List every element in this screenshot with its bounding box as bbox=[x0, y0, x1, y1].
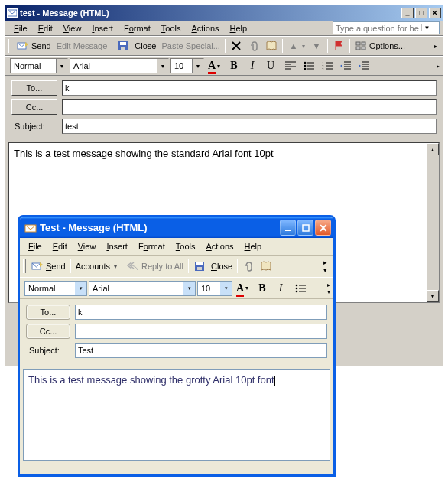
address-book-button[interactable] bbox=[258, 259, 274, 274]
chevron-down-icon[interactable]: ▼ bbox=[157, 59, 168, 73]
svg-rect-4 bbox=[121, 47, 125, 50]
outdent-button[interactable] bbox=[337, 58, 354, 73]
svg-rect-16 bbox=[285, 230, 291, 231]
to-button[interactable]: To... bbox=[11, 80, 57, 96]
scroll-up-icon[interactable]: ▲ bbox=[427, 143, 439, 155]
toolbar-overflow[interactable]: ▸ bbox=[437, 63, 440, 70]
menu-edit[interactable]: Edit bbox=[47, 240, 73, 252]
menu-tools[interactable]: Tools bbox=[170, 240, 201, 252]
toolbar-overflow[interactable]: ▸▾ bbox=[320, 259, 330, 274]
toolbar-grip[interactable] bbox=[23, 259, 26, 273]
priority-high-button[interactable]: ▲▾ bbox=[285, 38, 307, 54]
menu-file[interactable]: File bbox=[8, 22, 33, 34]
indent-button[interactable] bbox=[355, 58, 372, 73]
cc-button[interactable]: Cc... bbox=[26, 324, 70, 339]
menu-insert[interactable]: Insert bbox=[86, 22, 118, 34]
send-button[interactable]: Send bbox=[15, 38, 54, 54]
toolbar-overflow[interactable]: ▸ bbox=[432, 41, 440, 51]
toolbar-overflow[interactable]: ▸▾ bbox=[327, 282, 330, 295]
font-combo[interactable]: Arial▼ bbox=[70, 58, 169, 73]
bullets-button[interactable] bbox=[300, 58, 317, 73]
align-left-button[interactable] bbox=[282, 58, 299, 73]
font-color-button[interactable]: A▾ bbox=[234, 281, 251, 296]
scroll-down-icon[interactable]: ▼ bbox=[427, 290, 439, 302]
titlebar[interactable]: test - Message (HTML) _ □ ✕ bbox=[5, 5, 443, 21]
chevron-down-icon[interactable]: ▾ bbox=[220, 282, 232, 295]
style-combo[interactable]: Normal▼ bbox=[10, 58, 68, 73]
header-form: To... Cc... Subject: bbox=[20, 299, 333, 367]
help-search[interactable]: ▼ bbox=[333, 21, 440, 34]
cc-field[interactable] bbox=[75, 324, 327, 339]
italic-button[interactable]: I bbox=[272, 281, 289, 296]
menu-actions[interactable]: Actions bbox=[186, 22, 224, 34]
options-button[interactable]: Options... bbox=[352, 38, 407, 54]
menu-view[interactable]: View bbox=[58, 22, 87, 34]
menu-format[interactable]: Format bbox=[118, 22, 156, 34]
to-field[interactable] bbox=[62, 80, 437, 96]
menu-actions[interactable]: Actions bbox=[200, 240, 239, 252]
menu-tools[interactable]: Tools bbox=[156, 22, 187, 34]
font-color-button[interactable]: A▾ bbox=[206, 58, 222, 73]
bullets-button[interactable] bbox=[292, 281, 309, 296]
underline-button[interactable]: U bbox=[262, 58, 279, 73]
save-button[interactable] bbox=[191, 259, 208, 274]
bold-button[interactable]: B bbox=[254, 281, 271, 296]
menu-file[interactable]: File bbox=[23, 240, 47, 252]
chevron-down-icon[interactable]: ▼ bbox=[192, 59, 203, 73]
vertical-scrollbar[interactable]: ▲ ▼ bbox=[427, 143, 439, 302]
menu-format[interactable]: Format bbox=[133, 240, 170, 252]
menu-help[interactable]: Help bbox=[225, 22, 253, 34]
attach-button[interactable] bbox=[240, 259, 257, 274]
cc-field[interactable] bbox=[62, 99, 437, 115]
subject-field[interactable] bbox=[75, 343, 327, 358]
minimize-button[interactable]: _ bbox=[401, 8, 414, 18]
font-combo[interactable]: Arial▾ bbox=[89, 281, 196, 296]
close-button-tb[interactable]: Close bbox=[209, 260, 235, 272]
cc-button[interactable]: Cc... bbox=[11, 99, 57, 115]
paste-special-button: Paste Special... bbox=[160, 40, 222, 52]
numbering-button[interactable]: 123 bbox=[319, 58, 336, 73]
svg-rect-6 bbox=[362, 42, 365, 45]
close-button-tb[interactable]: Close bbox=[132, 40, 158, 52]
svg-point-9 bbox=[304, 62, 307, 64]
chevron-down-icon[interactable]: ▼ bbox=[421, 24, 432, 31]
save-button[interactable] bbox=[115, 38, 131, 54]
attach-button[interactable] bbox=[245, 38, 262, 54]
menu-help[interactable]: Help bbox=[239, 240, 268, 252]
minimize-button[interactable] bbox=[280, 220, 296, 236]
close-button[interactable]: ✕ bbox=[315, 220, 331, 236]
chevron-down-icon[interactable]: ▾ bbox=[75, 282, 86, 295]
send-button[interactable]: Send bbox=[29, 259, 68, 274]
send-icon bbox=[17, 40, 29, 52]
close-button[interactable]: ✕ bbox=[429, 8, 441, 18]
size-combo[interactable]: 10▾ bbox=[197, 281, 232, 296]
titlebar[interactable]: Test - Message (HTML) ✕ bbox=[20, 217, 333, 238]
compose-window-xp: Test - Message (HTML) ✕ File Edit View I… bbox=[18, 215, 336, 477]
size-combo[interactable]: 10▼ bbox=[170, 58, 204, 73]
flag-button[interactable] bbox=[330, 38, 347, 54]
svg-rect-7 bbox=[356, 47, 360, 50]
message-body[interactable]: This is a test message showing the grott… bbox=[23, 369, 330, 461]
chevron-down-icon[interactable]: ▾ bbox=[183, 282, 195, 295]
menubar: File Edit View Insert Format Tools Actio… bbox=[5, 21, 443, 36]
maximize-button[interactable]: □ bbox=[415, 8, 427, 18]
window-title: Test - Message (HTML) bbox=[40, 222, 148, 233]
menu-insert[interactable]: Insert bbox=[101, 240, 133, 252]
italic-button[interactable]: I bbox=[244, 58, 261, 73]
priority-low-button[interactable]: ▼ bbox=[308, 38, 325, 54]
to-field[interactable] bbox=[75, 305, 327, 320]
address-book-button[interactable] bbox=[263, 38, 280, 54]
accounts-button[interactable]: Accounts bbox=[73, 260, 119, 272]
menu-view[interactable]: View bbox=[73, 240, 102, 252]
text-cursor bbox=[274, 149, 274, 160]
to-button[interactable]: To... bbox=[26, 305, 70, 320]
help-search-input[interactable] bbox=[333, 24, 421, 33]
style-combo[interactable]: Normal▾ bbox=[24, 281, 87, 296]
delete-button[interactable] bbox=[228, 38, 245, 54]
maximize-button[interactable] bbox=[297, 220, 313, 236]
subject-field[interactable] bbox=[62, 119, 437, 134]
bold-button[interactable]: B bbox=[226, 58, 242, 73]
menu-edit[interactable]: Edit bbox=[33, 22, 58, 34]
chevron-down-icon[interactable]: ▼ bbox=[56, 59, 67, 73]
toolbar-grip[interactable] bbox=[8, 39, 11, 53]
